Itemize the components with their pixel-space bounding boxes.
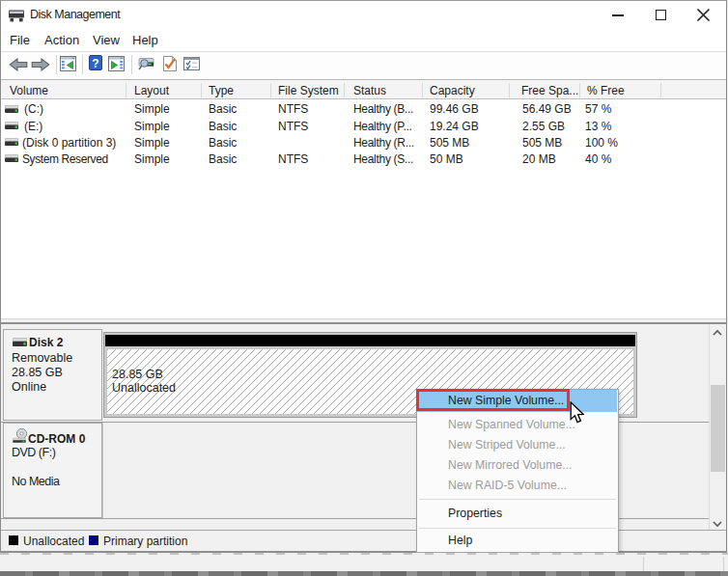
svg-text:?: ? (92, 57, 98, 70)
